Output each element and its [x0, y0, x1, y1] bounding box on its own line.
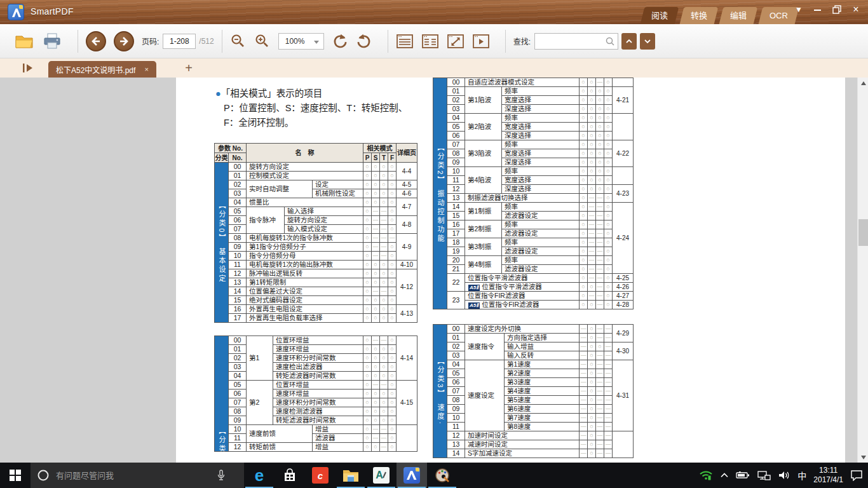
mode-cell: —: [596, 203, 604, 212]
mode-cell: ○: [604, 96, 613, 105]
param-no-cell: 04: [447, 114, 465, 123]
open-file-button[interactable]: [14, 33, 34, 50]
zoom-in-button[interactable]: [254, 33, 271, 50]
scroll-down-button[interactable]: [858, 452, 868, 463]
wifi-icon[interactable]: [699, 470, 713, 481]
smartpdf-button[interactable]: [397, 463, 427, 488]
param-no-cell: 05: [447, 369, 465, 378]
menu-dropdown-icon[interactable]: ▼: [794, 5, 803, 14]
mode-cell: ○: [380, 363, 388, 372]
mode-cell: ○: [580, 185, 588, 194]
facing-pages-view-button[interactable]: [421, 34, 439, 49]
mode-cell: —: [596, 405, 604, 414]
mode-cell: ○: [380, 189, 388, 198]
next-page-button[interactable]: [114, 31, 134, 51]
mode-cell: ○: [380, 390, 388, 398]
prev-page-button[interactable]: [86, 31, 106, 51]
mode-cell: ○: [380, 398, 388, 407]
mode-cell: ○: [372, 416, 380, 425]
mode-cell: —: [372, 216, 380, 225]
param-name-cell: 滤波器设定: [502, 229, 580, 238]
file-explorer-button[interactable]: [336, 463, 366, 488]
start-button[interactable]: [0, 463, 31, 488]
ribbon-tab-edit[interactable]: 编辑: [719, 7, 758, 24]
mode-cell: —: [380, 252, 388, 261]
find-next-button[interactable]: [640, 33, 655, 50]
mode-cell: —: [596, 265, 604, 274]
param-no-cell: 02: [229, 180, 247, 189]
green-a-app-button[interactable]: A: [366, 463, 397, 488]
table-row: 01速度指令方向指定选择—○——: [433, 334, 634, 342]
scroll-up-button[interactable]: [858, 78, 868, 88]
ime-indicator[interactable]: 中: [797, 469, 806, 482]
mode-cell: ○: [388, 172, 397, 180]
mode-cell: ○: [580, 105, 588, 114]
fullscreen-button[interactable]: [447, 34, 465, 49]
slideshow-button[interactable]: [472, 34, 490, 49]
mode-cell: ○: [588, 449, 596, 458]
microphone-icon[interactable]: [216, 469, 226, 482]
param-name-cell: 第5速度: [505, 396, 580, 405]
ribbon-tab-read[interactable]: 阅读: [641, 7, 679, 24]
print-button[interactable]: [42, 32, 62, 50]
battery-icon[interactable]: [736, 471, 750, 480]
scrollbar-thumb[interactable]: [858, 219, 868, 246]
mode-cell: ○: [580, 78, 588, 87]
zoom-select[interactable]: 100%: [278, 33, 324, 50]
zoom-out-button[interactable]: [230, 33, 247, 50]
find-prev-button[interactable]: [621, 33, 637, 50]
vertical-scrollbar[interactable]: [857, 78, 868, 463]
mode-cell: ○: [588, 87, 596, 96]
intro-bullet: ●: [215, 88, 221, 98]
mode-cell: ○: [588, 369, 596, 378]
page-ref-cell: 4-28: [613, 301, 634, 309]
param-no-cell: 17: [229, 314, 247, 323]
param-name-cell: 输入反转: [505, 351, 580, 360]
param-no-cell: 08: [447, 396, 465, 405]
edge-browser-button[interactable]: e: [244, 463, 275, 488]
windows-store-button[interactable]: [275, 463, 305, 488]
sidebar-toggle-button[interactable]: [22, 62, 34, 74]
param-no-cell: 00: [229, 163, 247, 172]
ribbon-tab-convert[interactable]: 转换: [680, 7, 719, 24]
zoom-value: 100%: [285, 37, 305, 46]
minimize-button[interactable]: [813, 5, 822, 14]
single-page-view-button[interactable]: [396, 34, 414, 49]
mode-cell: ○: [380, 269, 388, 278]
param-name-cell: 速度环积分时间常数: [273, 398, 363, 407]
mode-cell: —: [588, 203, 596, 212]
param-name-cell: 旋转方向设定: [247, 163, 363, 172]
mode-cell: ○: [580, 87, 588, 96]
page-ref-cell: 4-31: [613, 360, 634, 431]
mode-cell: —: [580, 440, 588, 449]
page-input[interactable]: [163, 34, 196, 49]
rotate-left-button[interactable]: [332, 33, 348, 50]
param-no-cell: 06: [447, 132, 465, 140]
paint-app-button[interactable]: [427, 463, 458, 488]
rotate-right-button[interactable]: [356, 33, 372, 50]
mode-cell: ○: [604, 283, 613, 292]
clock[interactable]: 13:11 2017/4/1: [813, 466, 843, 485]
param-name-cell: 第1转矩限制: [247, 278, 363, 287]
cortana-search[interactable]: [31, 463, 244, 488]
page-ref-cell: 4-24: [613, 203, 634, 274]
mode-cell: ○: [588, 176, 596, 185]
close-button[interactable]: ×: [851, 4, 860, 15]
new-tab-button[interactable]: +: [181, 61, 196, 76]
ribbon-tab-ocr[interactable]: OCR: [759, 7, 799, 24]
param-no-cell: 17: [447, 229, 465, 238]
red-reader-app-button[interactable]: c: [305, 463, 336, 488]
document-tab[interactable]: 松下A52中文说明书.pdf ×: [48, 61, 156, 78]
restore-button[interactable]: [832, 5, 841, 14]
header-mode-P: P: [363, 153, 372, 163]
tab-close-icon[interactable]: ×: [144, 65, 148, 73]
mode-cell: ○: [388, 416, 397, 425]
cortana-search-input[interactable]: [56, 471, 216, 480]
hidden-icons-chevron[interactable]: [720, 471, 729, 479]
network-icon[interactable]: [757, 470, 771, 480]
mode-cell: —: [604, 423, 613, 431]
header-mode-T: T: [380, 153, 388, 163]
action-center-button[interactable]: [850, 470, 863, 481]
param-name-cell: 旋转方向设定: [285, 216, 363, 225]
volume-icon[interactable]: [778, 470, 790, 480]
